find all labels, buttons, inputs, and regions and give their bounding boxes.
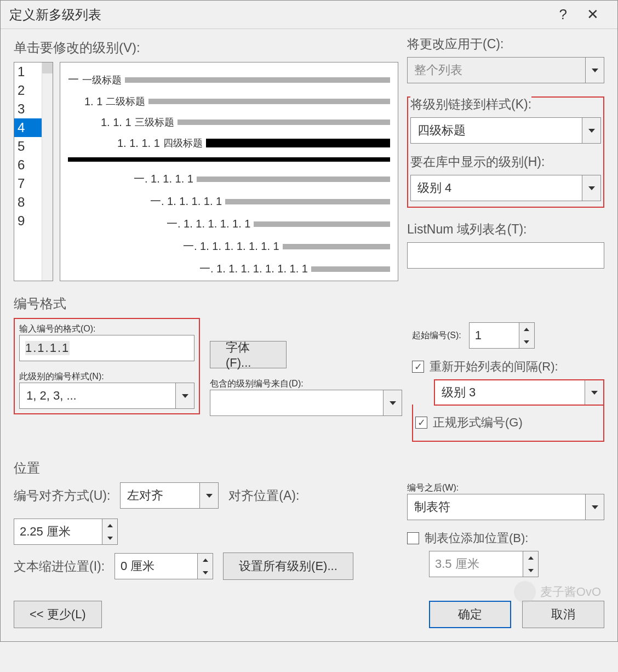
- spin-up-icon: [107, 524, 113, 527]
- position-section-label: 位置: [14, 459, 604, 477]
- level-item-2[interactable]: 2: [14, 81, 42, 100]
- spin-up-icon: [528, 556, 534, 560]
- font-button[interactable]: 字体(F)...: [210, 341, 287, 368]
- chevron-down-icon: [588, 129, 595, 133]
- apply-to-label: 将更改应用于(C):: [407, 36, 604, 53]
- listnum-input[interactable]: [407, 242, 604, 269]
- follow-number-label: 编号之后(W):: [407, 482, 604, 494]
- preview-line: 1. 1. 1. 1四级标题: [68, 136, 390, 150]
- include-from-label: 包含的级别编号来自(D):: [210, 378, 402, 390]
- preview-line: 1. 1. 1三级标题: [68, 116, 390, 129]
- num-align-select[interactable]: 左对齐: [120, 482, 219, 509]
- gallery-value: 级别 4: [417, 180, 451, 196]
- level-scrollbar[interactable]: [42, 62, 53, 281]
- link-style-value: 四级标题: [417, 122, 466, 139]
- ok-button[interactable]: 确定: [429, 601, 511, 628]
- level-item-8[interactable]: 8: [14, 193, 42, 212]
- text-indent-label: 文本缩进位置(I):: [14, 558, 105, 575]
- chevron-down-icon: [182, 394, 188, 398]
- restart-value: 级别 3: [442, 384, 476, 401]
- less-button[interactable]: << 更少(L): [14, 601, 102, 628]
- aligned-at-spinner[interactable]: 2.25 厘米: [14, 519, 118, 545]
- gallery-label: 要在库中显示的级别(H):: [410, 153, 601, 170]
- preview-line: 一. 1. 1. 1. 1. 1. 1: [68, 217, 390, 231]
- tab-stop-spinner[interactable]: 3.5 厘米: [429, 551, 539, 577]
- spin-down-icon: [524, 340, 529, 344]
- chevron-down-icon: [206, 494, 213, 498]
- preview-line: 一一级标题: [68, 72, 390, 87]
- chevron-down-icon: [592, 69, 598, 72]
- level-item-3[interactable]: 3: [14, 100, 42, 118]
- number-format-input[interactable]: 1.1.1.1: [19, 335, 194, 361]
- chevron-down-icon: [390, 401, 396, 405]
- spin-up-icon: [203, 559, 208, 562]
- spin-down-icon: [528, 569, 534, 572]
- dialog-title: 定义新多级列表: [9, 6, 550, 24]
- restart-checkbox[interactable]: ✓ 重新开始列表的间隔(R):: [412, 358, 604, 375]
- set-all-levels-button[interactable]: 设置所有级别(E)...: [223, 553, 353, 580]
- num-align-label: 编号对齐方式(U):: [14, 487, 110, 504]
- preview-line: 一. 1. 1. 1. 1. 1. 1. 1: [68, 239, 390, 254]
- start-at-spinner[interactable]: 1: [469, 322, 535, 349]
- listnum-label: ListNum 域列表名(T):: [407, 221, 604, 238]
- num-style-label: 此级别的编号样式(N):: [19, 371, 194, 383]
- chevron-down-icon: [592, 505, 598, 509]
- preview-line: 1. 1二级标题: [68, 95, 390, 108]
- close-icon[interactable]: ✕: [577, 6, 609, 23]
- preview-line: 一. 1. 1. 1. 1: [68, 172, 390, 186]
- spin-down-icon: [107, 537, 113, 540]
- level-item-6[interactable]: 6: [14, 156, 42, 174]
- aligned-at-label: 对齐位置(A):: [228, 487, 299, 504]
- level-item-5[interactable]: 5: [14, 137, 42, 156]
- numformat-section-label: 编号格式: [14, 295, 604, 312]
- apply-to-value: 整个列表: [414, 62, 462, 78]
- preview-line: 一. 1. 1. 1. 1. 1: [68, 194, 390, 209]
- cancel-button[interactable]: 取消: [522, 601, 604, 628]
- tab-stop-checkbox[interactable]: 制表位添加位置(B):: [407, 530, 604, 546]
- include-from-select[interactable]: [210, 390, 402, 416]
- link-style-label: 将级别链接到样式(K):: [410, 96, 531, 113]
- click-level-label: 单击要修改的级别(V):: [14, 39, 398, 56]
- define-multilevel-list-dialog: 定义新多级列表 ? ✕ 单击要修改的级别(V): 123456789 一一级标题…: [0, 0, 618, 642]
- enter-format-label: 输入编号的格式(O):: [19, 323, 194, 335]
- chevron-down-icon: [588, 186, 595, 190]
- legal-style-checkbox[interactable]: ✓ 正规形式编号(G): [412, 405, 604, 442]
- follow-number-select[interactable]: 制表符: [407, 494, 604, 520]
- spin-down-icon: [203, 571, 208, 574]
- preview-box: 一一级标题1. 1二级标题1. 1. 1三级标题1. 1. 1. 1四级标题一.…: [60, 62, 398, 281]
- chevron-down-icon: [591, 391, 598, 395]
- level-item-7[interactable]: 7: [14, 174, 42, 193]
- text-indent-spinner[interactable]: 0 厘米: [115, 553, 213, 579]
- level-item-1[interactable]: 1: [14, 62, 42, 81]
- gallery-select[interactable]: 级别 4: [410, 175, 601, 201]
- titlebar: 定义新多级列表 ? ✕: [1, 1, 617, 29]
- help-icon[interactable]: ?: [550, 6, 577, 23]
- level-item-4[interactable]: 4: [14, 118, 42, 137]
- num-style-select[interactable]: 1, 2, 3, ...: [19, 383, 194, 409]
- level-item-9[interactable]: 9: [14, 212, 42, 230]
- num-style-value: 1, 2, 3, ...: [26, 389, 77, 403]
- apply-to-select[interactable]: 整个列表: [407, 57, 604, 83]
- level-listbox[interactable]: 123456789: [14, 62, 53, 281]
- spin-up-icon: [524, 328, 529, 331]
- link-style-select[interactable]: 四级标题: [410, 117, 601, 144]
- preview-line: 一. 1. 1. 1. 1. 1. 1. 1. 1: [68, 261, 390, 276]
- start-at-label: 起始编号(S):: [412, 330, 461, 341]
- restart-level-select[interactable]: 级别 3: [434, 379, 604, 406]
